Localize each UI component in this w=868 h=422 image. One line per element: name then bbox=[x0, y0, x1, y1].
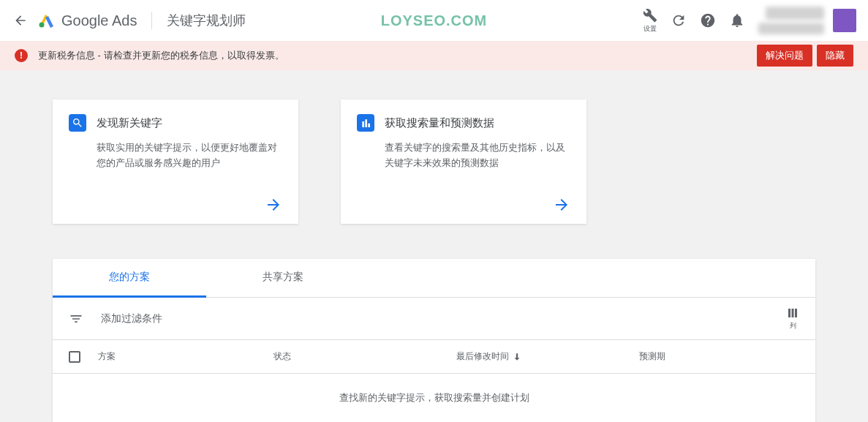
refresh-button[interactable] bbox=[671, 12, 687, 29]
table-header-row: 方案 状态 最后修改时间 预测期 bbox=[53, 340, 815, 374]
arrow-right-icon bbox=[553, 196, 570, 214]
account-name-blurred bbox=[766, 7, 824, 20]
alert-bar: ! 更新税务信息 - 请检查并更新您的税务信息，以取得发票。 解决问题 隐藏 bbox=[0, 41, 868, 70]
filter-row: 添加过滤条件 列 bbox=[53, 298, 815, 340]
watermark: LOYSEO.COM bbox=[381, 12, 488, 29]
plans-table: 您的方案 共享方案 添加过滤条件 列 方案 状态 最后修改时间 预测期 查找新的… bbox=[53, 259, 815, 422]
wrench-icon bbox=[643, 8, 657, 23]
avatar[interactable] bbox=[833, 9, 856, 32]
arrow-right-icon bbox=[265, 196, 282, 214]
back-button[interactable] bbox=[12, 12, 29, 29]
add-filter-button[interactable]: 添加过滤条件 bbox=[101, 312, 786, 325]
bar-chart-icon bbox=[357, 114, 374, 132]
tab-shared-plans[interactable]: 共享方案 bbox=[206, 259, 360, 297]
header-actions: 设置 bbox=[643, 7, 856, 34]
app-header: Google Ads 关键字规划师 LOYSEO.COM 设置 bbox=[0, 0, 868, 41]
card-title: 获取搜索量和预测数据 bbox=[385, 116, 494, 130]
settings-button[interactable]: 设置 bbox=[643, 8, 657, 34]
help-button[interactable] bbox=[700, 12, 716, 29]
column-plan[interactable]: 方案 bbox=[98, 350, 273, 363]
column-modified[interactable]: 最后修改时间 bbox=[456, 350, 639, 363]
divider bbox=[151, 12, 152, 29]
main-content: 发现新关键字 获取实用的关键字提示，以便更好地覆盖对您的产品或服务感兴趣的用户 … bbox=[0, 70, 868, 422]
page-title: 关键字规划师 bbox=[167, 12, 246, 29]
column-forecast[interactable]: 预测期 bbox=[639, 350, 799, 363]
tabs: 您的方案 共享方案 bbox=[53, 259, 815, 298]
svg-point-0 bbox=[39, 23, 45, 28]
discover-keywords-card[interactable]: 发现新关键字 获取实用的关键字提示，以便更好地覆盖对您的产品或服务感兴趣的用户 bbox=[53, 99, 298, 224]
resolve-button[interactable]: 解决问题 bbox=[757, 45, 812, 67]
notifications-button[interactable] bbox=[729, 12, 745, 29]
tab-your-plans[interactable]: 您的方案 bbox=[53, 259, 206, 298]
logo-area[interactable]: Google Ads bbox=[38, 12, 137, 29]
error-icon: ! bbox=[15, 49, 28, 62]
card-description: 查看关键字的搜索量及其他历史指标，以及关键字未来效果的预测数据 bbox=[385, 140, 570, 171]
search-icon bbox=[69, 114, 86, 132]
columns-button[interactable]: 列 bbox=[786, 306, 799, 331]
hide-button[interactable]: 隐藏 bbox=[817, 45, 853, 67]
select-all-checkbox[interactable] bbox=[69, 351, 80, 363]
refresh-icon bbox=[671, 12, 687, 29]
cards-row: 发现新关键字 获取实用的关键字提示，以便更好地覆盖对您的产品或服务感兴趣的用户 … bbox=[53, 99, 815, 224]
card-description: 获取实用的关键字提示，以便更好地覆盖对您的产品或服务感兴趣的用户 bbox=[97, 140, 282, 171]
sort-down-icon bbox=[512, 352, 522, 362]
card-title: 发现新关键字 bbox=[97, 116, 162, 130]
columns-icon bbox=[786, 306, 799, 320]
filter-icon[interactable] bbox=[69, 312, 83, 326]
arrow-left-icon bbox=[13, 13, 28, 28]
column-status[interactable]: 状态 bbox=[273, 350, 456, 363]
brand-name: Google Ads bbox=[61, 12, 137, 29]
help-icon bbox=[700, 12, 716, 29]
account-id-blurred bbox=[758, 23, 824, 34]
bell-icon bbox=[729, 12, 745, 29]
account-area[interactable] bbox=[758, 7, 856, 34]
google-ads-logo-icon bbox=[38, 12, 56, 29]
alert-message: 更新税务信息 - 请检查并更新您的税务信息，以取得发票。 bbox=[38, 49, 284, 62]
table-empty-message: 查找新的关键字提示，获取搜索量并创建计划 bbox=[53, 374, 815, 422]
search-volume-card[interactable]: 获取搜索量和预测数据 查看关键字的搜索量及其他历史指标，以及关键字未来效果的预测… bbox=[341, 99, 586, 224]
